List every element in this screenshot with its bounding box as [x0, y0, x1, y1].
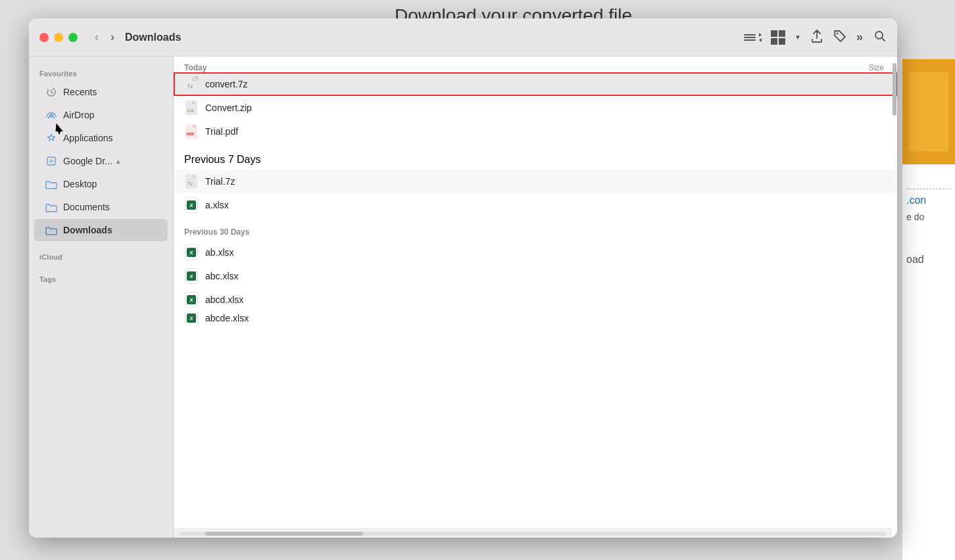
nav-buttons: ‹ ›: [91, 28, 118, 47]
column-headers: Today Size: [174, 57, 897, 72]
convert-zip-name: Convert.zip: [205, 103, 252, 113]
svg-point-1: [875, 32, 883, 39]
sidebar-item-airdrop[interactable]: AirDrop: [34, 104, 168, 126]
spacer: [906, 227, 951, 254]
documents-folder-icon: [45, 200, 58, 214]
share-icon[interactable]: [810, 29, 823, 46]
dashed-line: [906, 170, 951, 189]
abcd-xlsx-name: abcd.xlsx: [205, 294, 243, 305]
tags-label: Tags: [29, 271, 173, 286]
file-row-ab-xlsx[interactable]: X ab.xlsx: [174, 241, 897, 264]
convert-zip-icon: zip: [184, 101, 199, 115]
sidebar-item-documents[interactable]: Documents: [34, 196, 168, 218]
svg-rect-3: [47, 157, 55, 165]
downloads-label: Downloads: [63, 225, 112, 235]
right-bottom-text: oad: [906, 254, 951, 266]
convert-7z-icon: 7z: [184, 77, 199, 91]
svg-text:7z: 7z: [187, 181, 193, 187]
desktop-label: Desktop: [63, 179, 97, 189]
trial-7z-name: Trial.7z: [205, 176, 235, 187]
toolbar-icons: ▼ »: [744, 29, 887, 46]
size-column-header[interactable]: Size: [869, 63, 884, 72]
7z-file-icon: 7z: [185, 76, 198, 92]
scrollbar-track[interactable]: [892, 57, 897, 538]
tag-icon[interactable]: [833, 29, 847, 46]
abcd-xlsx-icon: X: [184, 292, 199, 307]
file-list: Today Size 7z convert.7z: [174, 57, 897, 538]
sidebar-item-desktop[interactable]: Desktop: [34, 173, 168, 195]
recents-label: Recents: [63, 87, 97, 97]
grid-view-icon[interactable]: [771, 30, 785, 45]
trial-pdf-name: Trial.pdf: [205, 126, 238, 137]
svg-text:7z: 7z: [187, 84, 193, 89]
file-row-abcde-xlsx[interactable]: X abcde.xlsx: [174, 312, 897, 325]
google-drive-extra: ▲: [115, 158, 122, 165]
right-link-text[interactable]: .con: [906, 195, 951, 206]
file-row-a-xlsx[interactable]: X a.xlsx: [174, 193, 897, 217]
file-row-abcd-xlsx[interactable]: X abcd.xlsx: [174, 288, 897, 312]
convert-7z-name: convert.7z: [205, 79, 248, 89]
person-image: [909, 72, 948, 151]
ab-xlsx-icon: X: [184, 245, 199, 260]
more-icon[interactable]: »: [856, 30, 864, 44]
file-row-trial-7z[interactable]: 7z Trial.7z: [174, 170, 897, 193]
abcde-xlsx-name: abcde.xlsx: [205, 313, 249, 323]
trial-pdf-icon: PDF: [184, 124, 199, 139]
search-icon[interactable]: [873, 30, 887, 45]
svg-text:PDF: PDF: [187, 132, 195, 136]
previous-30-days-header: Previous 30 Days: [174, 217, 897, 241]
favourites-label: Favourites: [29, 66, 173, 80]
applications-icon: [45, 131, 58, 145]
desktop-folder-icon: [45, 177, 58, 191]
toolbar: ‹ › Downloads: [29, 18, 897, 57]
file-row-convert-zip[interactable]: zip Convert.zip: [174, 96, 897, 120]
window-controls: [39, 33, 78, 42]
airdrop-label: AirDrop: [63, 110, 94, 120]
downloads-folder-icon: [45, 223, 58, 237]
svg-text:zip: zip: [187, 108, 194, 113]
file-row-trial-pdf[interactable]: PDF Trial.pdf: [174, 120, 897, 143]
horizontal-scrollbar[interactable]: [174, 528, 892, 538]
xlsx-file-icon: X: [185, 197, 198, 213]
a-xlsx-icon: X: [184, 198, 199, 212]
abc-xlsx-name: abc.xlsx: [205, 271, 239, 281]
sidebar-item-downloads[interactable]: Downloads: [34, 219, 168, 241]
previous-7-days-header: Previous 7 Days: [174, 143, 897, 170]
trial-7z-icon: 7z: [184, 174, 199, 189]
h-scrollbar-track: [179, 532, 887, 536]
abc-xlsx-icon: X: [184, 269, 199, 283]
sidebar-item-applications[interactable]: Applications: [34, 127, 168, 149]
google-drive-label: Google Dr...: [63, 156, 112, 166]
documents-label: Documents: [63, 202, 110, 212]
sidebar: Favourites Recents: [29, 57, 174, 538]
file-row-abc-xlsx[interactable]: X abc.xlsx: [174, 264, 897, 288]
svg-point-4: [50, 160, 53, 162]
svg-rect-9: [185, 124, 197, 139]
abcde-xlsx-icon: X: [184, 312, 199, 325]
right-panel-image: [902, 59, 955, 164]
list-view-icon[interactable]: [744, 33, 762, 42]
applications-label: Applications: [63, 133, 113, 143]
sidebar-item-recents[interactable]: Recents: [34, 81, 168, 103]
forward-button[interactable]: ›: [107, 28, 118, 47]
maximize-button[interactable]: [68, 33, 78, 42]
main-area: Favourites Recents: [29, 57, 897, 538]
icloud-label: iCloud: [29, 249, 173, 264]
close-button[interactable]: [39, 33, 49, 42]
minimize-button[interactable]: [54, 33, 63, 42]
today-header: Today: [174, 57, 897, 72]
grid-dropdown-icon[interactable]: ▼: [795, 34, 801, 41]
back-button[interactable]: ‹: [91, 28, 103, 47]
right-body-text: e do: [906, 212, 951, 222]
right-panel-content: .con e do oad: [902, 164, 955, 271]
toolbar-title: Downloads: [125, 32, 181, 43]
right-panel: .con e do oad: [902, 59, 955, 560]
airdrop-icon: [45, 108, 58, 122]
sidebar-item-google-drive[interactable]: Google Dr... ▲: [34, 150, 168, 172]
h-scrollbar-thumb[interactable]: [205, 532, 363, 536]
file-row-convert-7z[interactable]: 7z convert.7z: [174, 72, 897, 96]
svg-point-0: [836, 32, 838, 34]
finder-window: ‹ › Downloads: [29, 18, 897, 538]
a-xlsx-name: a.xlsx: [205, 200, 229, 210]
google-drive-icon: [45, 154, 58, 168]
